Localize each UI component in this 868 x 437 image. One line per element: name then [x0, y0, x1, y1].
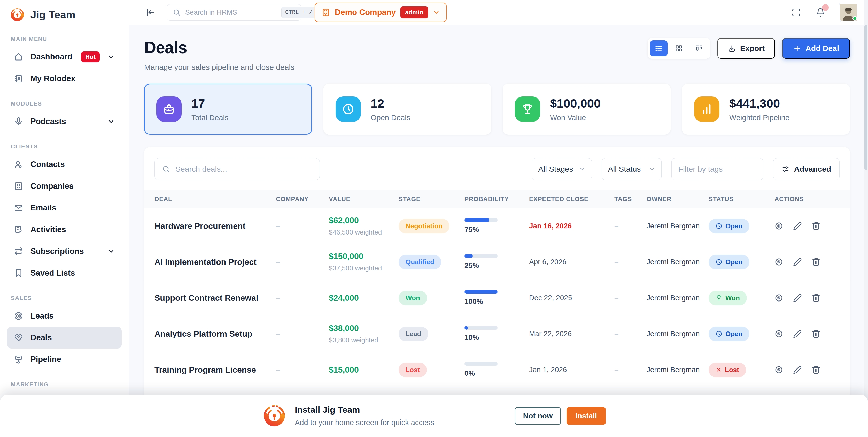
delete-icon[interactable]: [812, 258, 820, 266]
company-switcher-button[interactable]: Demo Company admin: [315, 3, 447, 22]
bookmark-icon: [14, 268, 23, 278]
view-icon[interactable]: [774, 258, 783, 266]
status-badge: Lost: [709, 362, 746, 377]
hot-badge: Hot: [81, 52, 100, 62]
advanced-filter-button[interactable]: Advanced: [773, 158, 840, 180]
deal-name: Analytics Platform Setup: [154, 329, 276, 339]
stat-card-open-deals[interactable]: 12 Open Deals: [323, 84, 491, 135]
export-label: Export: [740, 44, 765, 53]
sidebar: Jig Team MAIN MENU Dashboard Hot My Rolo…: [0, 0, 129, 437]
row-actions: [774, 222, 840, 230]
install-app-banner: Install Jig Team Add to your home screen…: [0, 395, 868, 437]
sidebar-item-label: Activities: [30, 225, 66, 234]
deal-value: $38,000: [329, 323, 399, 333]
grid-view-button[interactable]: [670, 40, 688, 56]
probability-bar: [464, 290, 498, 294]
sidebar-item-dashboard[interactable]: Dashboard Hot: [7, 46, 122, 68]
install-button[interactable]: Install: [566, 407, 606, 425]
sidebar-item-pipeline[interactable]: Pipeline: [7, 349, 122, 370]
stat-card-won-value[interactable]: $100,000 Won Value: [503, 84, 671, 135]
tags-cell: –: [614, 329, 647, 338]
deal-search[interactable]: [154, 158, 320, 180]
delete-icon[interactable]: [812, 329, 820, 338]
page-scrollbar[interactable]: [864, 0, 868, 437]
view-icon[interactable]: [774, 293, 783, 302]
tags-filter-input[interactable]: [672, 158, 764, 180]
table-row[interactable]: Support Contract Renewal – $24,000 Won 1…: [144, 280, 850, 316]
edit-icon[interactable]: [793, 366, 802, 374]
deal-value: $15,000: [329, 365, 399, 375]
company-cell: –: [276, 366, 329, 374]
stage-badge: Qualified: [399, 255, 441, 269]
sidebar-item-subscriptions[interactable]: Subscriptions: [7, 240, 122, 262]
stat-card-total-deals[interactable]: 17 Total Deals: [144, 84, 312, 135]
export-button[interactable]: Export: [717, 38, 775, 59]
sidebar-item-activities[interactable]: Activities: [7, 219, 122, 240]
probability-label: 0%: [464, 369, 529, 378]
add-deal-button[interactable]: Add Deal: [782, 38, 850, 59]
sidebar-item-label: Leads: [30, 311, 54, 321]
search-icon: [162, 165, 170, 173]
global-search[interactable]: CTRL + /: [167, 4, 301, 21]
building-icon: [321, 8, 330, 17]
mail-icon: [14, 203, 23, 212]
kanban-view-button[interactable]: [690, 40, 708, 56]
stage-filter-select[interactable]: All Stages: [532, 158, 592, 180]
sidebar-item-my-rolodex[interactable]: My Rolodex: [7, 68, 122, 89]
probability-label: 75%: [464, 226, 529, 234]
tags-cell: –: [614, 258, 647, 266]
stage-badge: Won: [399, 291, 427, 305]
fullscreen-icon[interactable]: [792, 8, 801, 17]
deal-search-input[interactable]: [176, 165, 312, 174]
table-row[interactable]: Training Program License – $15,000 Lost …: [144, 352, 850, 388]
deal-value: $150,000: [329, 252, 399, 261]
delete-icon[interactable]: [812, 293, 820, 302]
sidebar-collapse-icon[interactable]: [145, 7, 155, 17]
view-icon[interactable]: [774, 366, 783, 374]
sidebar-item-companies[interactable]: Companies: [7, 175, 122, 197]
sidebar-item-saved-lists[interactable]: Saved Lists: [7, 262, 122, 284]
owner-name: Jeremi Bergman: [647, 366, 709, 374]
deal-name: AI Implementation Project: [154, 257, 276, 267]
list-view-button[interactable]: [650, 40, 668, 56]
notifications-bell-icon[interactable]: [816, 8, 825, 17]
edit-icon[interactable]: [793, 293, 802, 302]
status-filter-value: All Status: [608, 165, 641, 174]
table-row[interactable]: Hardware Procurement – $62,000 $46,500 w…: [144, 208, 850, 244]
edit-icon[interactable]: [793, 222, 802, 230]
sidebar-item-contacts[interactable]: Contacts: [7, 154, 122, 175]
company-cell: –: [276, 258, 329, 266]
delete-icon[interactable]: [812, 366, 820, 374]
table-row[interactable]: AI Implementation Project – $150,000 $37…: [144, 244, 850, 280]
edit-icon[interactable]: [793, 258, 802, 266]
sidebar-item-label: Subscriptions: [30, 247, 84, 256]
role-badge: admin: [400, 6, 428, 18]
shortcut-hint: CTRL + /: [281, 7, 316, 18]
not-now-button[interactable]: Not now: [515, 407, 561, 425]
chevron-down-icon: [649, 166, 655, 172]
delete-icon[interactable]: [812, 222, 820, 230]
status-badge: Open: [709, 255, 749, 269]
global-search-input[interactable]: [185, 8, 277, 17]
scrollbar-thumb[interactable]: [864, 25, 867, 170]
table-row[interactable]: Analytics Platform Setup – $38,000 $3,80…: [144, 316, 850, 352]
deals-table-card: All Stages All Status Advanced DEAL COMP…: [144, 147, 850, 432]
status-filter-select[interactable]: All Status: [602, 158, 661, 180]
sidebar-item-podcasts[interactable]: Podcasts: [7, 111, 122, 133]
sidebar-item-emails[interactable]: Emails: [7, 197, 122, 219]
view-icon[interactable]: [774, 329, 783, 338]
sidebar-item-leads[interactable]: Leads: [7, 305, 122, 327]
status-badge: Open: [709, 327, 749, 341]
col-value: VALUE: [329, 196, 399, 203]
section-label-clients: CLIENTS: [11, 143, 122, 150]
chevron-down-icon: [107, 247, 115, 255]
edit-icon[interactable]: [793, 329, 802, 338]
view-icon[interactable]: [774, 222, 783, 230]
sidebar-item-deals[interactable]: Deals: [7, 327, 122, 349]
stat-card-weighted-pipeline[interactable]: $441,300 Weighted Pipeline: [682, 84, 850, 135]
stat-value: 12: [371, 96, 410, 110]
page-header: Deals Manage your sales pipeline and clo…: [144, 38, 850, 71]
stat-label: Weighted Pipeline: [729, 114, 789, 122]
user-menu[interactable]: [840, 4, 857, 21]
tags-cell: –: [614, 366, 647, 374]
